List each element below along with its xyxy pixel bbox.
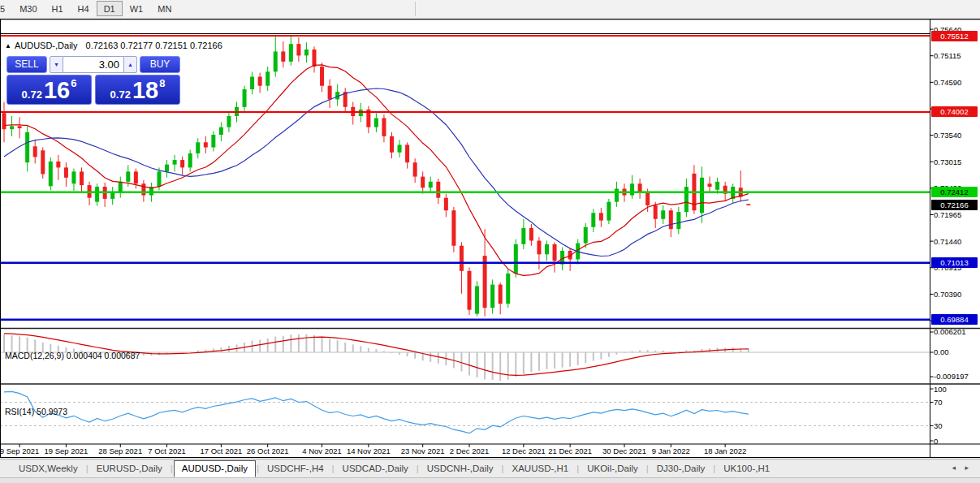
timeframe-button-h4[interactable]: H4	[71, 1, 97, 16]
svg-text:0.70390: 0.70390	[934, 290, 961, 299]
svg-text:100: 100	[934, 385, 947, 394]
lot-decrease-button[interactable]: ▼	[50, 56, 63, 73]
timeframe-button-w1[interactable]: W1	[123, 1, 151, 16]
tab-usdchf-h4[interactable]: USDCHF-,H4	[260, 461, 331, 477]
sell-price-main: 16	[44, 81, 70, 101]
chart-tabs-bar: USDX,Weekly|EURUSD-,Daily|AUDUSD-,Daily|…	[0, 459, 980, 477]
level-badge-0.71013: 0.71013	[931, 257, 978, 268]
tab-uk100-h1[interactable]: UK100-,H1	[716, 461, 777, 477]
svg-text:21 Dec 2021: 21 Dec 2021	[548, 446, 592, 455]
timeframe-button-m30[interactable]: M30	[12, 1, 44, 16]
svg-text:0.00: 0.00	[934, 347, 949, 356]
tab-ukoil-daily[interactable]: UKOil-,Daily	[580, 461, 645, 477]
svg-text:17 Oct 2021: 17 Oct 2021	[201, 446, 243, 455]
svg-text:0.71440: 0.71440	[934, 237, 961, 246]
tab-usdcnh-daily[interactable]: USDCNH-,Daily	[420, 461, 501, 477]
svg-text:14 Nov 2021: 14 Nov 2021	[347, 446, 391, 455]
collapse-arrow-icon[interactable]: ▲	[5, 42, 11, 50]
buy-price-prefix: 0.72	[110, 89, 131, 101]
level-badge-0.74002: 0.74002	[931, 106, 978, 117]
svg-text:26 Oct 2021: 26 Oct 2021	[247, 446, 289, 455]
svg-text:9 Sep 2021: 9 Sep 2021	[0, 446, 39, 455]
svg-text:0.71965: 0.71965	[934, 210, 961, 219]
timeframe-button-5[interactable]: 5	[0, 1, 12, 16]
chart-window: 0.756400.751150.745900.740650.735400.730…	[0, 19, 980, 458]
sell-price-prefix: 0.72	[22, 89, 42, 101]
buy-button[interactable]: BUY	[140, 56, 180, 73]
svg-text:30 Dec 2021: 30 Dec 2021	[602, 446, 646, 455]
sell-price-pipette: 6	[71, 77, 76, 89]
tab-audusd-daily[interactable]: AUDUSD-,Daily	[174, 460, 256, 477]
rsi-indicator-label: RSI(14) 50.9973	[5, 407, 67, 416]
lot-size-input[interactable]	[63, 56, 123, 73]
svg-text:23 Nov 2021: 23 Nov 2021	[401, 446, 445, 455]
level-badge-0.69884: 0.69884	[931, 314, 978, 325]
svg-text:0.73540: 0.73540	[934, 131, 961, 140]
svg-text:70: 70	[934, 398, 943, 407]
sell-button[interactable]: SELL	[6, 56, 47, 73]
svg-text:2 Dec 2021: 2 Dec 2021	[450, 446, 490, 455]
svg-text:0.74590: 0.74590	[934, 78, 961, 87]
macd-indicator-label: MACD(12,26,9) 0.000404 0.000687	[5, 351, 140, 360]
toolbar-divider	[415, 2, 416, 16]
svg-text:18 Jan 2022: 18 Jan 2022	[704, 446, 746, 455]
lot-size-group: ▼ ▲	[50, 56, 137, 73]
svg-text:0.75115: 0.75115	[934, 51, 961, 60]
tab-usdcad-daily[interactable]: USDCAD-,Daily	[335, 461, 416, 477]
tab-scroll-left-icon[interactable]: ◂	[952, 464, 956, 472]
tab-usdx-weekly[interactable]: USDX,Weekly	[11, 461, 85, 477]
tab-scroll-arrows: ◂ ▸	[944, 464, 969, 472]
svg-text:7 Oct 2021: 7 Oct 2021	[148, 446, 185, 455]
timeframe-button-h1[interactable]: H1	[45, 1, 71, 16]
svg-text:12 Dec 2021: 12 Dec 2021	[502, 446, 546, 455]
svg-text:30: 30	[934, 421, 943, 430]
timeframe-button-mn[interactable]: MN	[150, 1, 179, 16]
chart-title: ▲AUDUSD-,Daily0.72163 0.72177 0.72151 0.…	[5, 41, 222, 51]
app-window: 5M30H1H4D1W1MN 0.756400.751150.745900.74…	[0, 0, 980, 483]
buy-price-main: 18	[132, 81, 158, 101]
svg-text:-0.009197: -0.009197	[934, 372, 969, 381]
timeframe-toolbar: 5M30H1H4D1W1MN	[0, 0, 980, 19]
svg-text:28 Sep 2021: 28 Sep 2021	[98, 446, 142, 455]
svg-text:9 Jan 2022: 9 Jan 2022	[652, 446, 690, 455]
status-bar	[0, 477, 980, 483]
level-badge-0.72412: 0.72412	[931, 187, 978, 197]
level-badge-0.75512: 0.75512	[931, 31, 978, 41]
svg-text:19 Sep 2021: 19 Sep 2021	[44, 446, 88, 455]
sell-price-box[interactable]: 0.72 16 6	[6, 75, 92, 105]
buy-price-box[interactable]: 0.72 18 8	[95, 75, 180, 105]
tab-scroll-right-icon[interactable]: ▸	[965, 464, 969, 472]
timeframe-button-d1[interactable]: D1	[97, 1, 123, 16]
symbol-name: AUDUSD-,Daily	[15, 41, 78, 50]
buy-price-pipette: 8	[159, 77, 165, 89]
current-price-badge: 0.72166	[931, 200, 978, 210]
tab-dj30-daily[interactable]: DJ30-,Daily	[650, 461, 712, 477]
ohlc-readout: 0.72163 0.72177 0.72151 0.72166	[86, 41, 222, 50]
one-click-trade-panel: SELL ▼ ▲ BUY 0.72 16 6 0.72 18 8	[6, 56, 180, 105]
lot-increase-button[interactable]: ▲	[123, 56, 137, 73]
svg-text:0.73015: 0.73015	[934, 157, 961, 166]
tab-xauusd-h1[interactable]: XAUUSD-,H1	[505, 461, 576, 477]
svg-text:4 Nov 2021: 4 Nov 2021	[302, 446, 342, 455]
tab-eurusd-daily[interactable]: EURUSD-,Daily	[89, 461, 170, 477]
